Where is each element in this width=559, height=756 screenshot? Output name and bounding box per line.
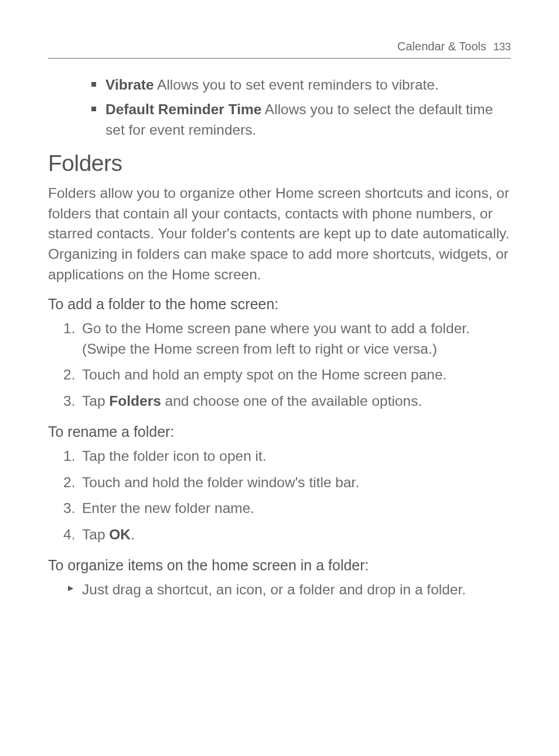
header-page-number: 133 — [493, 41, 511, 53]
page-header: Calendar & Tools 133 — [48, 40, 511, 59]
list-item: 2.Touch and hold the folder window's tit… — [63, 473, 511, 493]
item-text-pre: Tap — [82, 393, 109, 409]
bullet-bold: Default Reminder Time — [105, 101, 261, 117]
bullet-item-default-reminder: Default Reminder Time Allows you to sele… — [91, 100, 511, 140]
item-bold: Folders — [109, 393, 161, 409]
item-number: 4. — [63, 525, 75, 545]
item-bold: OK — [109, 526, 131, 542]
subheading-rename-folder: To rename a folder: — [48, 423, 511, 440]
list-item: 2.Touch and hold an empty spot on the Ho… — [63, 365, 511, 385]
header-section: Calendar & Tools — [397, 40, 486, 53]
item-text-post: . — [131, 526, 135, 542]
subheading-organize: To organize items on the home screen in … — [48, 557, 511, 574]
subheading-add-folder: To add a folder to the home screen: — [48, 296, 511, 313]
item-number: 1. — [63, 319, 75, 339]
heading-folders: Folders — [48, 150, 511, 176]
numbered-list-add: 1.Go to the Home screen pane where you w… — [48, 319, 511, 412]
item-text: Tap the folder icon to open it. — [82, 448, 267, 464]
list-item: 1.Tap the folder icon to open it. — [63, 446, 511, 467]
item-text: Just drag a shortcut, an icon, or a fold… — [82, 581, 466, 597]
item-number: 3. — [63, 391, 75, 412]
list-item: 3.Tap Folders and choose one of the avai… — [63, 391, 511, 412]
item-number: 1. — [63, 446, 75, 467]
arrow-list-organize: Just drag a shortcut, an icon, or a fold… — [48, 580, 511, 600]
item-text: Touch and hold the folder window's title… — [82, 474, 359, 490]
bullet-text: Allows you to set event reminders to vib… — [154, 77, 439, 93]
item-text: Enter the new folder name. — [82, 500, 254, 516]
list-item: 3.Enter the new folder name. — [63, 498, 511, 519]
list-item: 1.Go to the Home screen pane where you w… — [63, 319, 511, 360]
bullet-bold: Vibrate — [105, 77, 154, 93]
bullet-item-vibrate: Vibrate Allows you to set event reminder… — [91, 75, 511, 95]
item-text: Touch and hold an empty spot on the Home… — [82, 367, 446, 382]
item-number: 2. — [63, 365, 75, 385]
top-bullet-list: Vibrate Allows you to set event reminder… — [48, 75, 511, 140]
item-text-pre: Tap — [82, 526, 109, 542]
list-item: 4.Tap OK. — [63, 525, 511, 545]
item-number: 2. — [63, 473, 75, 493]
item-number: 3. — [63, 498, 75, 519]
numbered-list-rename: 1.Tap the folder icon to open it. 2.Touc… — [48, 446, 511, 545]
item-text: Go to the Home screen pane where you wan… — [82, 320, 470, 357]
item-text-post: and choose one of the available options. — [161, 393, 422, 409]
intro-paragraph: Folders allow you to organize other Home… — [48, 183, 511, 285]
list-item: Just drag a shortcut, an icon, or a fold… — [63, 580, 511, 600]
